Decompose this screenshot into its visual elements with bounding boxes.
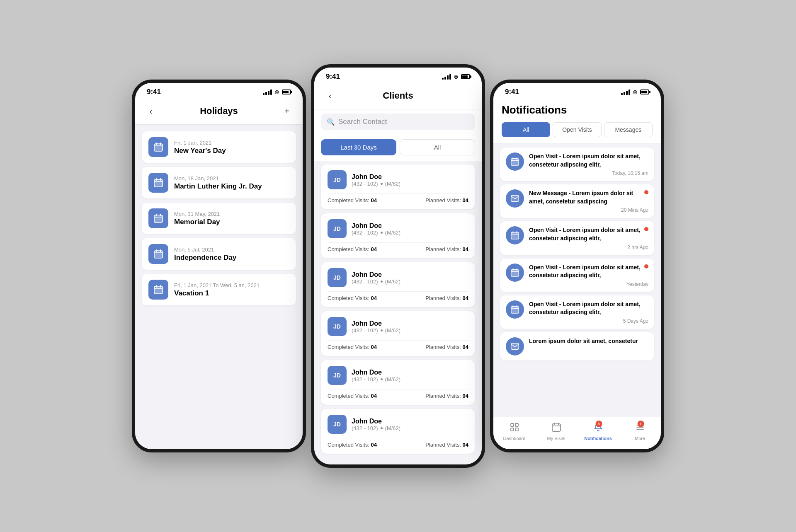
notif-time-4: 5 Days Ago [529,318,648,324]
holiday-name-4: Vacation 1 [174,289,260,297]
nav-item-dashboard[interactable]: Dashboard [493,421,535,443]
status-time-2: 9:41 [326,73,340,81]
holiday-info-0: Fri, 1 Jan, 2021 New Year's Day [174,140,226,155]
holiday-name-2: Memorial Day [174,218,220,226]
holidays-title: Holidays [200,106,238,116]
planned-count-3: 04 [463,344,468,350]
client-avatar-3: JD [328,317,347,336]
svg-rect-16 [154,286,163,294]
filter-bar: Last 30 Days All [314,136,482,161]
holiday-item: Mon, 31 May, 2021 Memorial Day [142,203,296,234]
holiday-name-0: New Year's Day [174,147,226,155]
client-name-1: John Doe [352,222,400,230]
status-icons-2: ⊜ [442,73,470,80]
holiday-item: Mon, 18 Jan, 2021 Martin Luther King Jr.… [142,167,296,198]
nav-item-more[interactable]: 1 More [619,421,661,443]
notif-text-1: New Message - Lorem ipsum dolor sit amet… [529,189,648,206]
svg-rect-41 [515,428,518,431]
notification-item[interactable]: Open Visit - Lorem ipsum dolor sit amet,… [500,259,654,292]
filter-last30-btn[interactable]: Last 30 Days [321,139,396,155]
wifi-icon-3: ⊜ [633,89,638,95]
notif-text-2: Open Visit - Lorem ipsum dolor sit amet,… [529,226,648,242]
holiday-info-4: Fri, 1 Jan, 2021 To Wed, 5 an, 2021 Vaca… [174,282,260,297]
notif-time-2: 2 hrs Ago [529,244,648,250]
nav-label-0: Dashboard [503,436,526,441]
notification-item[interactable]: Lorem ipsum dolor sit amet, consetetur [500,332,654,360]
nav-item-notifications[interactable]: 3 Notifications [577,421,619,443]
battery-icon-2 [461,74,470,79]
signal-icon-1 [263,89,272,95]
notification-item[interactable]: Open Visit - Lorem ipsum dolor sit amet,… [500,221,654,255]
planned-label-5: Planned Visits: [425,442,461,448]
client-visits-3: Completed Visits: 04 Planned Visits: 04 [328,340,468,350]
notif-tab-open-visits[interactable]: Open Visits [553,122,601,137]
signal-icon-2 [442,74,451,80]
status-icons-1: ⊜ [263,89,291,95]
status-bar-3: 9:41 ⊜ [493,83,661,98]
client-item[interactable]: JD John Doe (432 - 102) (M/62) Completed… [321,262,475,307]
notif-text-0: Open Visit - Lorem ipsum dolor sit amet,… [529,152,648,169]
notif-tab-all[interactable]: All [502,122,550,137]
svg-rect-24 [511,196,519,202]
holiday-item: Fri, 1 Jan, 2021 To Wed, 5 an, 2021 Vaca… [142,274,296,305]
nav-label-2: Notifications [584,436,612,441]
svg-rect-0 [154,144,163,151]
client-item[interactable]: JD John Doe (432 - 102) (M/62) Completed… [321,213,475,258]
notif-body-5: Lorem ipsum dolor sit amet, consetetur [529,337,648,347]
holidays-screen: 9:41 ⊜ ‹ Holidays + [132,80,306,452]
unread-dot-3 [644,264,648,268]
holiday-icon-3 [148,244,168,264]
completed-label-4: Completed Visits: [328,393,369,399]
client-visits-5: Completed Visits: 04 Planned Visits: 04 [328,438,468,448]
notif-tab-messages[interactable]: Messages [604,122,653,137]
svg-rect-33 [511,306,519,313]
client-visits-2: Completed Visits: 04 Planned Visits: 04 [328,291,468,301]
client-name-4: John Doe [352,369,400,376]
nav-item-my-visits[interactable]: My Visits [535,421,577,443]
completed-count-5: 04 [371,442,377,448]
back-button-2[interactable]: ‹ [323,88,337,103]
holiday-item: Fri, 1 Jan, 2021 New Year's Day [142,131,296,163]
battery-icon-1 [282,89,291,94]
planned-count-1: 04 [463,246,468,252]
client-item[interactable]: JD John Doe (432 - 102) (M/62) Completed… [321,164,475,209]
wifi-icon-2: ⊜ [454,73,459,80]
completed-count-3: 04 [371,344,377,350]
client-meta-1: (432 - 102) (M/62) [352,230,400,236]
notif-time-1: 20 Mins Ago [529,207,648,213]
notification-item[interactable]: New Message - Lorem ipsum dolor sit amet… [500,184,654,218]
client-item[interactable]: JD John Doe (432 - 102) (M/62) Completed… [321,311,475,356]
notification-item[interactable]: Open Visit - Lorem ipsum dolor sit amet,… [500,148,654,181]
holiday-info-1: Mon, 18 Jan, 2021 Martin Luther King Jr.… [174,175,262,191]
holidays-list: Fri, 1 Jan, 2021 New Year's Day Mon, 18 … [135,125,303,449]
back-button-1[interactable]: ‹ [143,104,158,118]
notification-item[interactable]: Open Visit - Lorem ipsum dolor sit amet,… [500,295,654,329]
completed-label-0: Completed Visits: [328,197,369,203]
holiday-icon-2 [148,208,168,228]
notif-body-1: New Message - Lorem ipsum dolor sit amet… [529,189,648,213]
search-container: 🔍 Search Contact [314,109,482,136]
status-time-3: 9:41 [505,88,519,96]
notif-icon-5 [506,337,524,355]
client-item[interactable]: JD John Doe (432 - 102) (M/62) Completed… [321,409,475,454]
client-meta-0: (432 - 102) (M/62) [352,181,400,187]
filter-all-btn[interactable]: All [400,139,475,155]
search-bar[interactable]: 🔍 Search Contact [321,114,475,130]
svg-rect-39 [515,423,518,426]
client-avatar-2: JD [328,268,347,287]
holiday-date-3: Mon, 5 Jul, 2021 [174,247,236,253]
holiday-name-3: Independence Day [174,254,236,262]
holiday-icon-4 [148,280,168,300]
client-name-5: John Doe [352,418,400,425]
search-input[interactable]: Search Contact [338,118,387,126]
clients-header: ‹ Clients [314,82,482,109]
add-holiday-button[interactable]: + [279,104,294,118]
notif-icon-3 [506,264,524,282]
client-item[interactable]: JD John Doe (432 - 102) (M/62) Completed… [321,360,475,405]
planned-count-0: 04 [463,197,468,203]
holiday-date-4: Fri, 1 Jan, 2021 To Wed, 5 an, 2021 [174,282,260,288]
client-avatar-1: JD [328,219,347,238]
notif-body-4: Open Visit - Lorem ipsum dolor sit amet,… [529,300,648,324]
notif-icon-0 [506,152,524,171]
svg-rect-4 [154,179,163,187]
